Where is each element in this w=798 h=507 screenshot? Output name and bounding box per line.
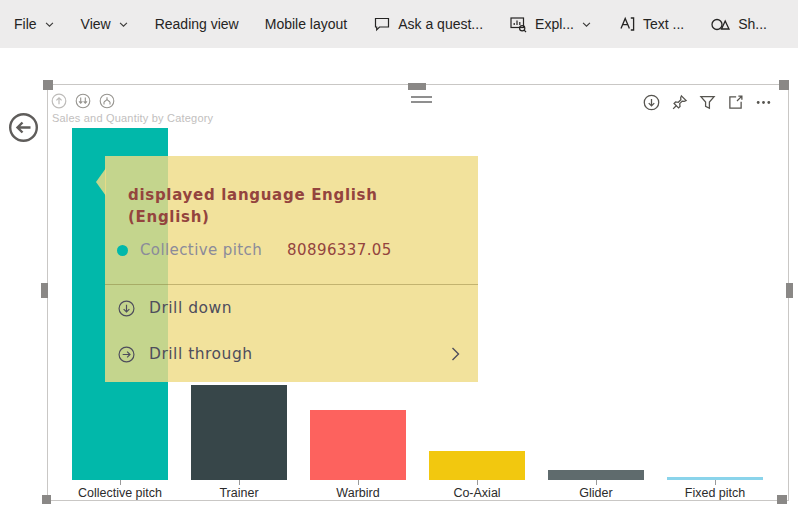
menu-mobile-layout-label: Mobile layout [265, 16, 348, 32]
menu-view[interactable]: View [81, 16, 129, 32]
chevron-right-icon [451, 346, 460, 362]
resize-handle-bottom-left[interactable] [42, 495, 51, 504]
app-window: File View Reading view Mobile layout Ask… [0, 0, 798, 507]
resize-handle-bottom-right[interactable] [777, 495, 787, 504]
resize-handle-right-middle[interactable] [786, 283, 793, 298]
x-axis-tick [596, 480, 597, 485]
shapes-icon [710, 15, 731, 33]
chevron-down-icon [118, 19, 129, 30]
menu-view-label: View [81, 16, 111, 32]
resize-handle-top-right[interactable] [779, 80, 789, 90]
menu-mobile-layout[interactable]: Mobile layout [265, 16, 348, 32]
drag-handle-top-center[interactable] [408, 83, 426, 90]
top-menu-bar: File View Reading view Mobile layout Ask… [0, 0, 798, 48]
tooltip-series-row: Collective pitch 80896337.05 [117, 241, 478, 259]
menu-shapes[interactable]: Sh... [710, 15, 767, 33]
menu-ask-a-question-label: Ask a quest... [398, 16, 483, 32]
arrow-left-circle-icon [8, 112, 39, 143]
tooltip-series-label: Collective pitch [140, 241, 262, 259]
x-axis-tick [358, 480, 359, 485]
chevron-down-icon [44, 19, 55, 30]
drill-through-action[interactable]: Drill through [105, 331, 478, 377]
menu-ask-a-question[interactable]: Ask a quest... [373, 15, 483, 33]
speech-bubble-icon [373, 15, 391, 33]
arrow-down-circle-icon [118, 300, 135, 317]
resize-handle-left-middle[interactable] [41, 283, 48, 298]
bar-co-axial[interactable] [429, 451, 525, 480]
resize-handle-top-left[interactable] [43, 80, 53, 90]
tooltip-header: displayed language English (English) [105, 156, 435, 228]
x-axis-tick [239, 480, 240, 485]
drill-through-label: Drill through [149, 345, 253, 363]
back-button[interactable] [8, 112, 39, 143]
x-axis-label: Fixed pitch [660, 486, 770, 500]
bar-glider[interactable] [548, 470, 644, 480]
x-axis-tick [715, 480, 716, 485]
menu-reading-view-label: Reading view [155, 16, 239, 32]
tooltip-series-marker [117, 245, 128, 256]
x-axis-label: Trainer [184, 486, 294, 500]
x-axis-label: Co-Axial [422, 486, 532, 500]
menu-text-box-label: Text ... [643, 16, 684, 32]
drill-down-label: Drill down [149, 299, 232, 317]
x-axis-label: Collective pitch [65, 486, 175, 500]
x-axis-label: Warbird [303, 486, 413, 500]
x-axis-tick [120, 480, 121, 485]
text-box-icon [618, 15, 636, 33]
x-axis-label: Glider [541, 486, 651, 500]
explore-icon [509, 15, 528, 34]
menu-shapes-label: Sh... [738, 16, 767, 32]
tooltip-actions: Drill down Drill through [105, 285, 478, 377]
chevron-down-icon [581, 19, 592, 30]
chart-tooltip: displayed language English (English) Col… [105, 156, 478, 382]
drill-down-action[interactable]: Drill down [105, 285, 478, 331]
menu-file-label: File [14, 16, 37, 32]
arrow-right-circle-icon [118, 346, 135, 363]
bar-warbird[interactable] [310, 410, 406, 480]
menu-file[interactable]: File [14, 16, 55, 32]
menu-reading-view[interactable]: Reading view [155, 16, 239, 32]
menu-text-box[interactable]: Text ... [618, 15, 684, 33]
menu-explore-label: Expl... [535, 16, 574, 32]
menu-explore[interactable]: Expl... [509, 15, 592, 34]
tooltip-series-value: 80896337.05 [287, 241, 392, 259]
x-axis-tick [477, 480, 478, 485]
bar-trainer[interactable] [191, 385, 287, 480]
